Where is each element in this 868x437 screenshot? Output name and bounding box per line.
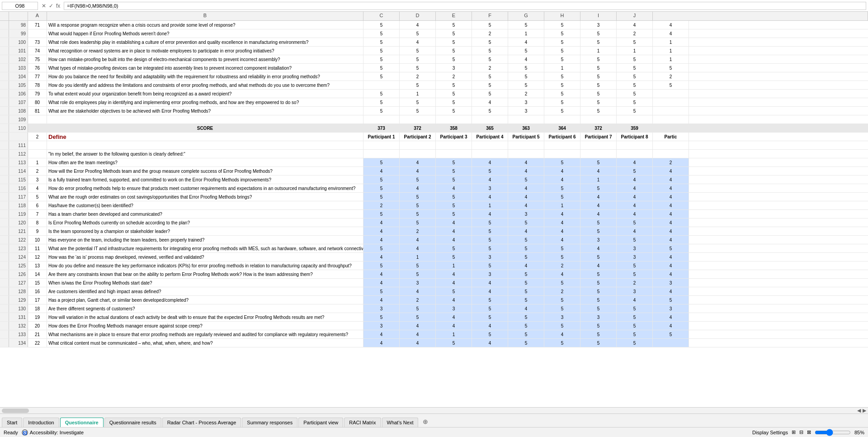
cell-e[interactable] <box>436 141 472 149</box>
cell-d[interactable]: 2 <box>400 227 436 235</box>
cell-c[interactable]: 4 <box>363 330 400 338</box>
cell-col-a[interactable]: 14 <box>28 270 47 278</box>
cell-i[interactable]: 5 <box>580 304 617 313</box>
cell-j[interactable]: 5 <box>617 107 653 115</box>
cell-col-b[interactable]: How will the Error Proofing Methods team… <box>47 167 363 175</box>
cell-f[interactable]: 3 <box>472 270 508 278</box>
scrollbar-thumb[interactable] <box>2 408 29 413</box>
cell-g[interactable]: 5 <box>508 313 544 321</box>
cell-g[interactable]: 2 <box>508 90 544 98</box>
cell-e[interactable]: 5 <box>436 29 472 38</box>
cell-extra[interactable] <box>653 98 689 106</box>
cell-h[interactable]: 4 <box>544 236 580 244</box>
cell-f[interactable]: 5 <box>472 261 508 270</box>
cell-f[interactable]: 5 <box>472 72 508 81</box>
cell-e[interactable]: 1 <box>436 330 472 338</box>
cell-e[interactable]: 4 <box>436 227 472 235</box>
cell-col-b[interactable]: What are the potential IT and infrastruc… <box>47 244 363 252</box>
cell-i[interactable]: 5 <box>580 90 617 98</box>
cell-c[interactable]: 5 <box>363 55 400 63</box>
tab-start[interactable]: Start <box>2 418 22 427</box>
cell-g[interactable]: 3 <box>508 107 544 115</box>
cell-d[interactable]: 2 <box>400 296 436 304</box>
cell-col-a[interactable]: 5 <box>28 193 47 201</box>
cell-g[interactable]: 5 <box>508 72 544 81</box>
cell-col-a[interactable]: 7 <box>28 210 47 218</box>
cell-j[interactable]: 5 <box>617 81 653 89</box>
cell-c[interactable]: 5 <box>363 107 400 115</box>
cell-h[interactable] <box>544 150 580 158</box>
tab-summary-responses[interactable]: Summary responses <box>242 418 297 427</box>
cell-f[interactable]: 4 <box>472 339 508 347</box>
cell-g[interactable]: 5 <box>508 176 544 184</box>
cell-i[interactable]: 1 <box>580 176 617 184</box>
cell-i[interactable]: 5 <box>580 287 617 295</box>
cell-col-b[interactable]: How was the 'as is' process map develope… <box>47 253 363 261</box>
cell-e[interactable]: 358 <box>436 124 472 132</box>
cell-c[interactable]: 4 <box>363 296 400 304</box>
cell-col-a[interactable]: 6 <box>28 201 47 209</box>
cell-c[interactable]: 4 <box>363 270 400 278</box>
cell-f[interactable]: 5 <box>472 244 508 252</box>
tab-questionnaire-results[interactable]: Questionnaire results <box>104 418 161 427</box>
cell-c[interactable]: 5 <box>363 193 400 201</box>
cell-d[interactable]: 5 <box>400 313 436 321</box>
cell-i[interactable]: 5 <box>580 279 617 287</box>
cell-f[interactable] <box>472 141 508 149</box>
cell-j[interactable] <box>617 141 653 149</box>
cell-d[interactable]: 3 <box>400 279 436 287</box>
cell-h[interactable] <box>544 115 580 124</box>
cell-c[interactable]: 5 <box>363 47 400 55</box>
cell-h[interactable]: 5 <box>544 244 580 252</box>
cell-f[interactable]: 4 <box>472 158 508 166</box>
cell-j[interactable]: 4 <box>617 201 653 209</box>
cell-col-a[interactable]: 10 <box>28 236 47 244</box>
cell-col-a[interactable]: 71 <box>28 21 47 29</box>
cell-col-b[interactable]: What critical content must be communicat… <box>47 339 363 347</box>
cell-extra[interactable] <box>653 107 689 115</box>
cell-f[interactable] <box>472 115 508 124</box>
cell-extra[interactable]: 4 <box>653 184 689 192</box>
cell-h[interactable]: 5 <box>544 184 580 192</box>
cell-h[interactable]: 4 <box>544 330 580 338</box>
cell-h[interactable]: 5 <box>544 21 580 29</box>
cell-c[interactable]: 5 <box>363 184 400 192</box>
zoom-slider[interactable] <box>815 429 851 436</box>
cell-c[interactable]: 5 <box>363 29 400 38</box>
cell-d[interactable]: 4 <box>400 287 436 295</box>
cell-e[interactable]: 4 <box>436 322 472 330</box>
cell-h[interactable]: 2 <box>544 287 580 295</box>
cell-i[interactable]: 5 <box>580 184 617 192</box>
cell-extra[interactable] <box>653 124 689 132</box>
cell-h[interactable]: 4 <box>544 227 580 235</box>
cell-f[interactable]: 4 <box>472 98 508 106</box>
cell-h[interactable]: 5 <box>544 107 580 115</box>
cell-g[interactable]: 5 <box>508 21 544 29</box>
cell-e[interactable]: 1 <box>436 261 472 270</box>
cell-col-b[interactable]: Has/have the customer(s) been identified… <box>47 201 363 209</box>
cell-h[interactable]: 5 <box>544 55 580 63</box>
view-layout-icon[interactable]: ⊟ <box>799 429 803 435</box>
cell-c[interactable]: 3 <box>363 322 400 330</box>
cell-d[interactable]: 4 <box>400 236 436 244</box>
cell-j[interactable] <box>617 150 653 158</box>
cell-g[interactable]: 4 <box>508 158 544 166</box>
cell-j[interactable]: 5 <box>617 322 653 330</box>
cell-h[interactable]: 5 <box>544 253 580 261</box>
cell-col-a[interactable]: 1 <box>28 158 47 166</box>
cell-col-a[interactable]: 18 <box>28 304 47 313</box>
horizontal-scrollbar[interactable]: ◀ ▶ <box>0 407 868 413</box>
cell-e[interactable]: 5 <box>436 55 472 63</box>
cell-d[interactable] <box>400 150 436 158</box>
cell-f[interactable]: 5 <box>472 90 508 98</box>
cell-j[interactable]: 3 <box>617 253 653 261</box>
cell-i[interactable]: 5 <box>580 158 617 166</box>
cell-d[interactable]: 4 <box>400 244 436 252</box>
cell-e[interactable]: 4 <box>436 296 472 304</box>
cell-d[interactable]: 5 <box>400 81 436 89</box>
cell-c[interactable]: 5 <box>363 90 400 98</box>
cell-col-a[interactable]: 15 <box>28 279 47 287</box>
cell-col-b[interactable]: Is a fully trained team formed, supporte… <box>47 176 363 184</box>
cell-extra[interactable]: 4 <box>653 201 689 209</box>
cell-e[interactable]: 5 <box>436 38 472 46</box>
